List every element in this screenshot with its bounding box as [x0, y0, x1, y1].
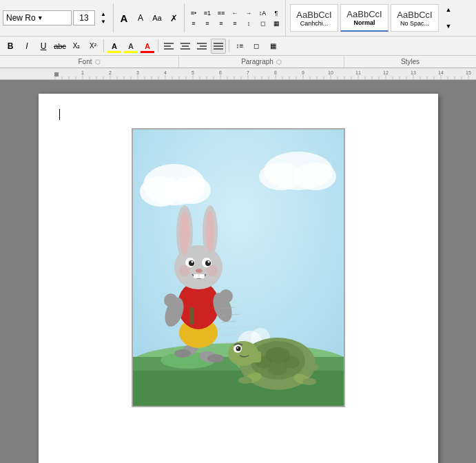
- divider5: [229, 39, 229, 52]
- svg-text:14: 14: [438, 70, 444, 75]
- svg-point-129: [191, 261, 193, 263]
- text-cursor: [59, 109, 60, 120]
- svg-point-111: [174, 349, 191, 358]
- numbered-list-button[interactable]: ≡1: [201, 8, 214, 18]
- underline-button[interactable]: U: [36, 39, 51, 54]
- cartoon-svg: [133, 130, 345, 407]
- font-name-input[interactable]: New Ro ▼: [3, 10, 72, 25]
- border-button[interactable]: ▦: [270, 19, 282, 28]
- svg-point-152: [305, 363, 319, 371]
- svg-point-102: [295, 163, 336, 190]
- svg-text:3: 3: [136, 70, 139, 75]
- ribbon: New Ro ▼ 13 ▲ ▼ A A Aa ✗ ≡•: [0, 0, 476, 69]
- align-right-button2[interactable]: [194, 39, 209, 54]
- font-section-label: Font ⬡: [0, 56, 179, 68]
- ribbon-labels-row: Font ⬡ Paragraph ⬡ Styles: [0, 56, 476, 68]
- svg-point-122: [180, 211, 189, 255]
- font-name-text: New Ro: [6, 13, 36, 23]
- align-right-button[interactable]: ≡: [215, 19, 227, 28]
- font-size-input[interactable]: 13: [73, 10, 95, 25]
- svg-text:12: 12: [383, 70, 389, 75]
- paragraph-marks-button[interactable]: ¶: [270, 8, 282, 18]
- font-size-up-button[interactable]: ▲: [96, 10, 110, 18]
- text-effects-button[interactable]: A: [107, 39, 122, 54]
- sort-button[interactable]: ↕A: [256, 8, 269, 18]
- bold-button[interactable]: B: [3, 39, 18, 54]
- svg-point-117: [164, 294, 178, 307]
- ruler-svg: 1 2 3 4 5 6 7 8 9 10 11 12 13 14 15: [0, 68, 476, 79]
- font-name-dropdown-icon[interactable]: ▼: [37, 14, 43, 21]
- style-canhchi-item[interactable]: AaBbCcI Canhchi...: [290, 4, 338, 32]
- font-shrink-button[interactable]: A: [133, 10, 148, 25]
- svg-text:7: 7: [247, 70, 249, 75]
- style-nospace-item[interactable]: AaBbCcI No Spac...: [391, 4, 439, 32]
- font-expand-icon[interactable]: ⬡: [95, 59, 101, 65]
- indent-increase-button[interactable]: →: [242, 8, 255, 18]
- document-page[interactable]: [39, 94, 438, 463]
- font-size-spinners: ▲ ▼: [96, 10, 110, 25]
- highlight-button[interactable]: A: [123, 39, 138, 54]
- align-left-button2[interactable]: [161, 39, 176, 54]
- line-spacing-button2[interactable]: ↕≡: [232, 39, 247, 54]
- svg-point-145: [236, 347, 240, 351]
- font-color-button[interactable]: A: [140, 39, 155, 54]
- svg-point-142: [268, 363, 287, 375]
- styles-up-button[interactable]: ▲: [441, 2, 456, 17]
- font-grow-button[interactable]: A: [116, 10, 132, 25]
- clear-formatting-button[interactable]: ✗: [166, 10, 181, 25]
- line-spacing-button[interactable]: ↕: [242, 19, 255, 28]
- svg-text:9: 9: [302, 70, 304, 75]
- font-size-down-button[interactable]: ▼: [96, 18, 110, 25]
- style1-preview: AaBbCcI: [296, 10, 331, 20]
- svg-text:4: 4: [164, 70, 167, 75]
- ruler: 1 2 3 4 5 6 7 8 9 10 11 12 13 14 15: [0, 69, 476, 80]
- strikethrough-button[interactable]: abc: [52, 39, 68, 54]
- svg-text:11: 11: [355, 70, 361, 75]
- styles-section: AaBbCcI Canhchi... AaBbCcI Normal AaBbCc…: [286, 0, 476, 36]
- svg-rect-136: [189, 307, 194, 325]
- document-image: [132, 128, 345, 407]
- svg-text:5: 5: [192, 70, 194, 75]
- svg-point-112: [207, 354, 224, 362]
- styles-nav: ▲ ▼: [441, 2, 456, 34]
- svg-text:6: 6: [219, 70, 222, 75]
- styles-down-button[interactable]: ▼: [441, 19, 456, 34]
- svg-point-130: [207, 261, 209, 263]
- subscript-button[interactable]: X₂: [69, 39, 84, 54]
- svg-text:8: 8: [274, 70, 277, 75]
- border-button2[interactable]: ▦: [265, 39, 280, 54]
- multi-list-button[interactable]: ≡≡: [215, 8, 227, 18]
- align-center-button[interactable]: ≡: [201, 19, 214, 28]
- align-justify-button[interactable]: ≡: [229, 19, 241, 28]
- svg-rect-94: [133, 371, 345, 407]
- indent-decrease-button[interactable]: ←: [229, 8, 241, 18]
- svg-text:1: 1: [81, 70, 84, 75]
- shading-button2[interactable]: ◻: [249, 39, 264, 54]
- paragraph-expand-icon[interactable]: ⬡: [276, 59, 282, 65]
- style2-preview: AaBbCcI: [346, 9, 382, 19]
- svg-text:10: 10: [328, 70, 333, 75]
- shading-button[interactable]: ◻: [256, 19, 269, 28]
- italic-button[interactable]: I: [19, 39, 34, 54]
- change-case-button[interactable]: Aa: [149, 10, 165, 25]
- style-normal-item[interactable]: AaBbCcI Normal: [340, 4, 389, 32]
- superscript-button[interactable]: X²: [85, 39, 101, 54]
- list-buttons: ≡• ≡1 ≡≡ ← → ↕A ¶ ≡ ≡ ≡ ≡ ↕ ◻ ▦: [187, 8, 282, 28]
- divider3: [103, 39, 104, 52]
- svg-point-151: [302, 378, 316, 385]
- align-center-button2[interactable]: [178, 39, 193, 54]
- svg-point-131: [196, 269, 203, 273]
- document-image-container: [59, 128, 417, 407]
- svg-point-134: [179, 265, 190, 276]
- svg-text:15: 15: [466, 70, 471, 75]
- svg-point-124: [206, 211, 214, 252]
- svg-rect-147: [250, 351, 261, 362]
- align-justify-button2[interactable]: [211, 39, 226, 54]
- align-left-button[interactable]: ≡: [187, 19, 200, 28]
- bullet-list-button[interactable]: ≡•: [187, 8, 200, 18]
- svg-rect-90: [54, 72, 59, 76]
- svg-text:13: 13: [411, 70, 416, 75]
- font-section-top: New Ro ▼ 13 ▲ ▼ A A Aa ✗ ≡•: [0, 0, 286, 36]
- svg-point-150: [238, 377, 252, 384]
- paragraph-section-label: Paragraph ⬡: [179, 56, 344, 68]
